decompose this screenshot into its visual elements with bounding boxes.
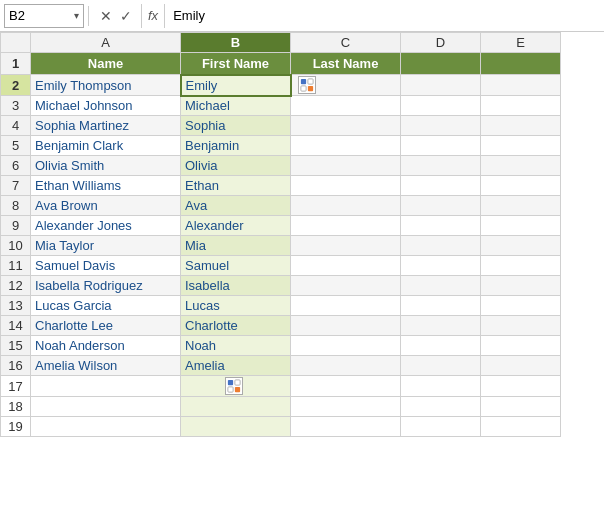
row-header-1[interactable]: 1: [1, 53, 31, 75]
row-header-18[interactable]: 18: [1, 397, 31, 417]
flash-fill-icon-b17[interactable]: [225, 377, 243, 395]
cell-e17[interactable]: [481, 376, 561, 397]
cell-c13[interactable]: [291, 296, 401, 316]
cell-a13[interactable]: Lucas Garcia: [31, 296, 181, 316]
cell-e16[interactable]: [481, 356, 561, 376]
cell-d19[interactable]: [401, 417, 481, 437]
cell-d3[interactable]: [401, 96, 481, 116]
cell-a3[interactable]: Michael Johnson: [31, 96, 181, 116]
name-box-dropdown-icon[interactable]: ▾: [74, 10, 79, 21]
row-header-19[interactable]: 19: [1, 417, 31, 437]
cell-b17[interactable]: [181, 376, 291, 397]
row-header-8[interactable]: 8: [1, 196, 31, 216]
row-header-11[interactable]: 11: [1, 256, 31, 276]
col-header-d[interactable]: D: [401, 33, 481, 53]
cell-c4[interactable]: [291, 116, 401, 136]
cell-d11[interactable]: [401, 256, 481, 276]
cell-e7[interactable]: [481, 176, 561, 196]
cell-b1[interactable]: First Name: [181, 53, 291, 75]
col-header-b[interactable]: B: [181, 33, 291, 53]
cell-e4[interactable]: [481, 116, 561, 136]
cell-d1[interactable]: [401, 53, 481, 75]
cell-d4[interactable]: [401, 116, 481, 136]
cell-e6[interactable]: [481, 156, 561, 176]
cell-c12[interactable]: [291, 276, 401, 296]
cell-e19[interactable]: [481, 417, 561, 437]
cell-a15[interactable]: Noah Anderson: [31, 336, 181, 356]
cell-a12[interactable]: Isabella Rodriguez: [31, 276, 181, 296]
cell-e5[interactable]: [481, 136, 561, 156]
cell-a10[interactable]: Mia Taylor: [31, 236, 181, 256]
cell-c17[interactable]: [291, 376, 401, 397]
cell-a5[interactable]: Benjamin Clark: [31, 136, 181, 156]
row-header-10[interactable]: 10: [1, 236, 31, 256]
cell-a1[interactable]: Name: [31, 53, 181, 75]
cell-e14[interactable]: [481, 316, 561, 336]
cell-b4[interactable]: Sophia: [181, 116, 291, 136]
row-header-2[interactable]: 2: [1, 75, 31, 96]
cell-a9[interactable]: Alexander Jones: [31, 216, 181, 236]
cell-c10[interactable]: [291, 236, 401, 256]
cell-d10[interactable]: [401, 236, 481, 256]
flash-fill-icon-c2[interactable]: [298, 76, 316, 94]
cell-c7[interactable]: [291, 176, 401, 196]
cell-c14[interactable]: [291, 316, 401, 336]
cell-e1[interactable]: [481, 53, 561, 75]
row-header-13[interactable]: 13: [1, 296, 31, 316]
cancel-formula-icon[interactable]: ✕: [97, 6, 115, 26]
cell-b13[interactable]: Lucas: [181, 296, 291, 316]
cell-a16[interactable]: Amelia Wilson: [31, 356, 181, 376]
row-header-16[interactable]: 16: [1, 356, 31, 376]
row-header-17[interactable]: 17: [1, 376, 31, 397]
cell-d13[interactable]: [401, 296, 481, 316]
cell-b6[interactable]: Olivia: [181, 156, 291, 176]
cell-b8[interactable]: Ava: [181, 196, 291, 216]
cell-d6[interactable]: [401, 156, 481, 176]
name-box[interactable]: B2 ▾: [4, 4, 84, 28]
cell-c1[interactable]: Last Name: [291, 53, 401, 75]
cell-a17[interactable]: [31, 376, 181, 397]
cell-c5[interactable]: [291, 136, 401, 156]
cell-e9[interactable]: [481, 216, 561, 236]
cell-e8[interactable]: [481, 196, 561, 216]
cell-c16[interactable]: [291, 356, 401, 376]
cell-c8[interactable]: [291, 196, 401, 216]
cell-b12[interactable]: Isabella: [181, 276, 291, 296]
cell-c15[interactable]: [291, 336, 401, 356]
row-header-15[interactable]: 15: [1, 336, 31, 356]
cell-e10[interactable]: [481, 236, 561, 256]
cell-a2[interactable]: Emily Thompson: [31, 75, 181, 96]
cell-e18[interactable]: [481, 397, 561, 417]
cell-e11[interactable]: [481, 256, 561, 276]
cell-d7[interactable]: [401, 176, 481, 196]
row-header-4[interactable]: 4: [1, 116, 31, 136]
cell-d5[interactable]: [401, 136, 481, 156]
row-header-6[interactable]: 6: [1, 156, 31, 176]
row-header-9[interactable]: 9: [1, 216, 31, 236]
cell-b3[interactable]: Michael: [181, 96, 291, 116]
col-header-c[interactable]: C: [291, 33, 401, 53]
cell-a18[interactable]: [31, 397, 181, 417]
confirm-formula-icon[interactable]: ✓: [117, 6, 135, 26]
cell-d14[interactable]: [401, 316, 481, 336]
cell-d9[interactable]: [401, 216, 481, 236]
cell-b14[interactable]: Charlotte: [181, 316, 291, 336]
cell-c9[interactable]: [291, 216, 401, 236]
cell-e13[interactable]: [481, 296, 561, 316]
cell-b18[interactable]: [181, 397, 291, 417]
cell-b7[interactable]: Ethan: [181, 176, 291, 196]
row-header-3[interactable]: 3: [1, 96, 31, 116]
cell-e15[interactable]: [481, 336, 561, 356]
cell-c19[interactable]: [291, 417, 401, 437]
cell-d16[interactable]: [401, 356, 481, 376]
cell-d15[interactable]: [401, 336, 481, 356]
cell-b10[interactable]: Mia: [181, 236, 291, 256]
cell-d12[interactable]: [401, 276, 481, 296]
cell-b11[interactable]: Samuel: [181, 256, 291, 276]
cell-a6[interactable]: Olivia Smith: [31, 156, 181, 176]
cell-b9[interactable]: Alexander: [181, 216, 291, 236]
row-header-14[interactable]: 14: [1, 316, 31, 336]
cell-a7[interactable]: Ethan Williams: [31, 176, 181, 196]
cell-c11[interactable]: [291, 256, 401, 276]
fx-icon[interactable]: fx: [141, 4, 165, 28]
